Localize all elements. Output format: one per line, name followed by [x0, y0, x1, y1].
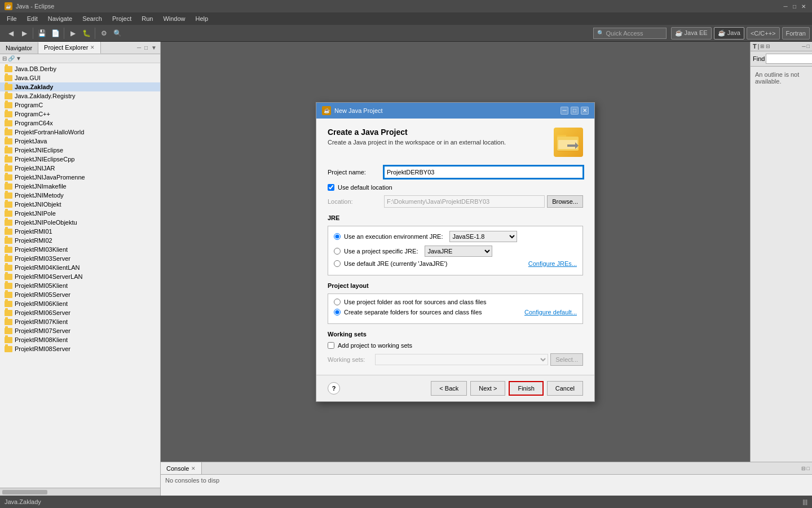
back-button[interactable]: < Back — [431, 381, 467, 396]
perspective-fortran[interactable]: Fortran — [782, 27, 810, 40]
tree-item[interactable]: ProjektJNIJAR — [0, 164, 160, 173]
jre-env-dropdown[interactable]: JavaSE-1.8 — [449, 231, 517, 242]
tab-project-explorer[interactable]: Project Explorer ✕ — [38, 42, 101, 54]
tree-item[interactable]: ProjektJNIEclipse — [0, 146, 160, 155]
toolbar-save-btn[interactable]: 💾 — [36, 27, 48, 40]
tree-item[interactable]: ProjektRMI07Server — [0, 326, 160, 335]
console-tab-close[interactable]: ✕ — [191, 466, 196, 471]
panel-minimize-btn[interactable]: ─ — [136, 43, 142, 52]
project-explorer-close[interactable]: ✕ — [90, 45, 95, 50]
quick-access-box[interactable]: 🔍 Quick Access — [593, 28, 667, 39]
tree-item[interactable]: ProjektRMI08Klient — [0, 335, 160, 344]
menu-search[interactable]: Search — [78, 14, 107, 23]
console-tab[interactable]: Console ✕ — [161, 462, 202, 474]
toolbar-debug-btn[interactable]: 🐛 — [80, 27, 92, 40]
tree-collapse-btn[interactable]: ⊟ — [2, 55, 7, 62]
menu-file[interactable]: File — [2, 14, 21, 23]
tree-item[interactable]: ProjektJNIObjekt — [0, 200, 160, 209]
outline-maximize[interactable]: □ — [807, 43, 810, 49]
jre-env-radio[interactable] — [334, 233, 341, 240]
configure-default-link[interactable]: Configure default... — [524, 309, 577, 316]
tree-item[interactable]: ProjektRMI05Klient — [0, 281, 160, 290]
toolbar-search-btn[interactable]: 🔍 — [111, 27, 123, 40]
tree-item[interactable]: ProjektRMI06Server — [0, 308, 160, 317]
tree-item[interactable]: ProjektJNIPoleObjektu — [0, 218, 160, 227]
tree-item[interactable]: Java.GUI — [0, 73, 160, 82]
menu-window[interactable]: Window — [158, 14, 189, 23]
jre-specific-dropdown[interactable]: JavaJRE — [425, 246, 492, 257]
tree-item[interactable]: ProjektRMI06Klient — [0, 299, 160, 308]
tree-item-selected[interactable]: Java.Zaklady — [0, 82, 160, 91]
menu-run[interactable]: Run — [137, 14, 157, 23]
find-input[interactable] — [766, 54, 812, 64]
project-tree: Java.DB.Derby Java.GUI Java.Zaklady Java… — [0, 63, 160, 488]
tree-item[interactable]: ProjektJNIPole — [0, 209, 160, 218]
panel-maximize-btn[interactable]: □ — [143, 43, 149, 52]
project-name-input[interactable] — [384, 166, 583, 178]
tree-item[interactable]: ProjektJNIMetody — [0, 191, 160, 200]
console-ctrl-2[interactable]: □ — [807, 466, 810, 471]
maximize-button[interactable]: □ — [791, 2, 798, 10]
working-sets-checkbox[interactable] — [328, 342, 334, 349]
next-button[interactable]: Next > — [470, 381, 505, 396]
layout-separate-label: Create separate folders for sources and … — [344, 309, 482, 316]
tree-item[interactable]: ProjektJava — [0, 137, 160, 146]
console-content: No consoles to disp — [161, 475, 812, 496]
tree-item[interactable]: Java.DB.Derby — [0, 64, 160, 73]
tree-item[interactable]: ProjektRMI08Server — [0, 344, 160, 353]
tree-item[interactable]: ProjektRMI03Klient — [0, 245, 160, 254]
toolbar-forward-btn[interactable]: ▶ — [18, 27, 30, 40]
jre-specific-radio[interactable] — [334, 248, 341, 255]
tree-item[interactable]: ProjektJNIEclipseCpp — [0, 155, 160, 164]
console-ctrl-1[interactable]: ⊟ — [801, 466, 806, 471]
tree-item[interactable]: ProjektFortranHalloWorld — [0, 128, 160, 137]
tree-item[interactable]: ProgramC64x — [0, 119, 160, 128]
dialog-close[interactable]: ✕ — [581, 107, 589, 115]
layout-separate-radio[interactable] — [334, 309, 341, 316]
horizontal-scrollbar[interactable] — [0, 488, 160, 496]
tree-item[interactable]: ProjektRMI05Server — [0, 290, 160, 299]
tree-item[interactable]: ProjektRMI04KlientLAN — [0, 263, 160, 272]
toolbar-btn-2[interactable]: 📄 — [49, 27, 61, 40]
perspective-cpp[interactable]: <C/C++> — [747, 27, 780, 40]
jre-default-radio[interactable] — [334, 260, 341, 267]
tree-item[interactable]: ProgramC — [0, 100, 160, 110]
help-button[interactable]: ? — [328, 382, 340, 395]
menu-navigate[interactable]: Navigate — [43, 14, 77, 23]
outline-minimize[interactable]: ─ — [802, 43, 805, 49]
dialog-maximize[interactable]: □ — [571, 107, 579, 115]
toolbar-run-btn[interactable]: ▶ — [67, 27, 79, 40]
tree-link-btn[interactable]: 🔗 — [8, 55, 15, 62]
panel-menu-btn[interactable]: ▼ — [150, 43, 158, 52]
tree-item[interactable]: ProjektRMI03Server — [0, 254, 160, 263]
outline-ctrl-1[interactable]: ⊞ — [760, 43, 765, 49]
minimize-button[interactable]: ─ — [782, 2, 789, 10]
perspective-javaee[interactable]: ☕ Java EE — [671, 27, 712, 40]
configure-jres-link[interactable]: Configure JREs... — [528, 260, 577, 267]
browse-button[interactable]: Browse... — [547, 195, 583, 208]
tree-item[interactable]: ProjektRMI04ServerLAN — [0, 272, 160, 281]
dialog-minimize[interactable]: ─ — [561, 107, 568, 115]
tree-item[interactable]: ProjektJNImakefile — [0, 182, 160, 191]
outline-ctrl-2[interactable]: ⊟ — [766, 43, 770, 49]
perspective-java[interactable]: ☕ Java — [714, 27, 744, 40]
menu-project[interactable]: Project — [108, 14, 136, 23]
use-default-location-checkbox[interactable] — [328, 184, 334, 191]
tree-item[interactable]: ProjektJNIJavaPromenne — [0, 173, 160, 182]
menu-edit[interactable]: Edit — [23, 14, 42, 23]
tab-navigator[interactable]: Navigator — [0, 42, 38, 54]
tree-menu-btn[interactable]: ▼ — [16, 55, 21, 62]
tree-item[interactable]: ProjektRMI01 — [0, 227, 160, 236]
tree-item[interactable]: Java.Zaklady.Registry — [0, 91, 160, 100]
dialog-body: Create a Java Project Create a Java proj… — [316, 119, 594, 375]
layout-root-radio[interactable] — [334, 299, 341, 305]
toolbar-build-btn[interactable]: ⚙ — [98, 27, 110, 40]
menu-help[interactable]: Help — [191, 14, 213, 23]
toolbar-back-btn[interactable]: ◀ — [5, 27, 17, 40]
tree-item[interactable]: ProjektRMI07Klient — [0, 317, 160, 326]
cancel-button[interactable]: Cancel — [547, 381, 583, 396]
tree-item[interactable]: ProjektRMI02 — [0, 236, 160, 245]
tree-item[interactable]: ProgramC++ — [0, 110, 160, 119]
finish-button[interactable]: Finish — [509, 381, 543, 396]
close-button[interactable]: ✕ — [800, 2, 807, 10]
